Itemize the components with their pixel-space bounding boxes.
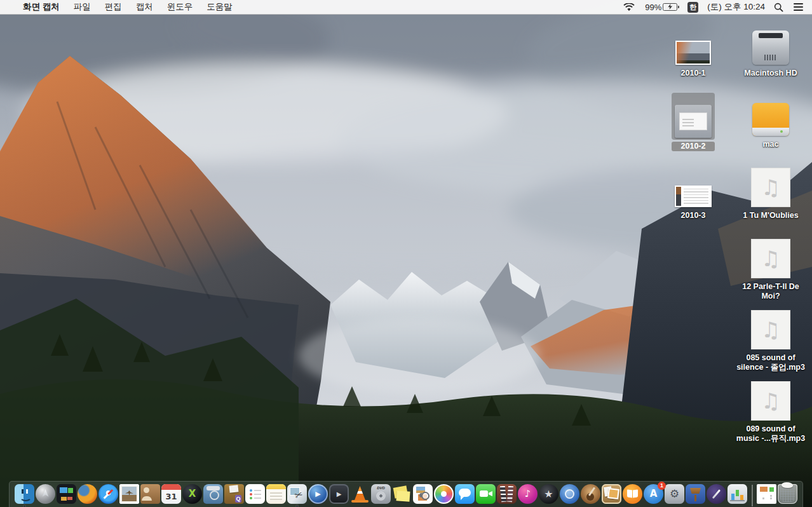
dock-item-grab-icon[interactable]: ✂ [287, 484, 307, 504]
desktop-icon-cell: 085 sound of silence - 졸업.mp3 [732, 304, 809, 375]
desktop-screen: 화면 캡처 파일편집캡처윈도우도움말 99% 한 (토) 오후 10:24 [0, 0, 812, 507]
dock-item-mplayerx-icon[interactable]: ▶ [308, 484, 328, 504]
korean-input-icon: 한 [687, 2, 698, 13]
dock-item-finder-icon[interactable] [15, 484, 34, 504]
dock-item-sysprefs-icon[interactable]: ⚙ [665, 484, 684, 504]
spotlight-search-icon [774, 3, 783, 12]
desktop-icon-macintosh-hd[interactable]: Macintosh HD [741, 22, 799, 78]
dock-item-launchpad-icon[interactable] [36, 484, 55, 504]
desktop-icon-parle-t-il[interactable]: 12 Parle-T-Il De Moi? [732, 235, 809, 301]
dock-item-ibooks-icon[interactable] [623, 484, 642, 504]
dock-item-photobooth-icon[interactable] [497, 484, 517, 504]
menu-bar-status: 99% 한 (토) 오후 10:24 [618, 0, 812, 14]
dock-item-notes-icon[interactable] [266, 484, 286, 504]
menu-item-1[interactable]: 편집 [98, 0, 129, 14]
menu-bar: 화면 캡처 파일편집캡처윈도우도움말 99% 한 (토) 오후 10:24 [0, 0, 812, 15]
desktop-icons-column-2: Macintosh HD mac 1 Tu M'Oublies 12 Parle… [732, 19, 809, 446]
dock-item-keynote-icon[interactable] [686, 484, 705, 504]
dock-item-stickies-icon[interactable] [392, 484, 412, 504]
drive-int-icon [752, 30, 789, 65]
desktop-icon-cell: 2010-3 [654, 161, 732, 233]
dock-item-pages-icon[interactable] [707, 484, 726, 504]
notification-center-menu[interactable] [788, 0, 812, 14]
desktop-icon-cell: 1 Tu M'Oublies [732, 161, 809, 233]
battery-percent: 99% [645, 3, 663, 12]
desktop-icon-sound-of-silence[interactable]: 085 sound of silence - 졸업.mp3 [732, 306, 809, 372]
audio-icon [751, 381, 790, 421]
dock-item-reminders-icon[interactable] [245, 484, 265, 504]
battery-menu[interactable]: 99% [640, 0, 682, 14]
dock-item-trash-icon[interactable] [778, 484, 797, 504]
charging-bolt-icon [667, 4, 673, 10]
dock-item-numbers-icon[interactable] [727, 484, 747, 504]
desktop-icon-label: 1 Tu M'Oublies [740, 211, 801, 220]
dock-item-photos-icon[interactable] [434, 484, 454, 504]
dock-item-firefox-icon[interactable] [78, 484, 97, 504]
dock-item-messages-icon[interactable] [455, 484, 475, 504]
dock-item-docfile-icon[interactable] [757, 484, 776, 504]
desktop-icon-tu-moublies[interactable]: 1 Tu M'Oublies [740, 164, 801, 220]
desktop-icon-cell: mac [732, 90, 809, 161]
desktop-icon-cell: Macintosh HD [732, 19, 809, 90]
dock-item-idvd-icon[interactable] [560, 484, 579, 504]
menu-item-0[interactable]: 파일 [67, 0, 98, 14]
dock-badge: 1 [658, 482, 666, 490]
desktop-icon-label: 089 sound of music -...뮤직.mp3 [732, 424, 809, 443]
dock: 31X✂▶▶♪★A1⚙ [9, 481, 803, 507]
dock-item-movist-icon[interactable]: ▶ [329, 484, 349, 504]
desktop-icon-label: 2010-2 [672, 142, 715, 151]
input-source-menu[interactable]: 한 [682, 0, 703, 14]
menu-bar-left: 화면 캡처 파일편집캡처윈도우도움말 [0, 0, 240, 14]
desktop-icon-label: 085 sound of silence - 졸업.mp3 [732, 353, 809, 372]
desktop-icon-cell: 2010-2 [654, 90, 732, 161]
drive-ext-icon [752, 103, 789, 136]
desktop-icon-label: 2010-3 [675, 211, 712, 220]
dock-item-facetime-icon[interactable] [476, 484, 496, 504]
shot-list-icon [675, 186, 712, 207]
dock-item-archiver-icon[interactable] [224, 484, 244, 504]
dock-item-toast-icon[interactable] [203, 484, 223, 504]
spotlight-menu[interactable] [769, 0, 788, 14]
dock-item-garageband-icon[interactable] [581, 484, 600, 504]
dock-separator [748, 484, 756, 507]
menu-clock[interactable]: (토) 오후 10:24 [703, 0, 769, 14]
dock-item-safari-icon[interactable] [98, 484, 118, 504]
desktop-icon-sound-of-music[interactable]: 089 sound of music -...뮤직.mp3 [732, 377, 809, 443]
dock-item-appstore-icon[interactable]: A1 [644, 484, 663, 504]
dock-item-preview-icon[interactable] [413, 484, 433, 504]
dock-item-itunes-icon[interactable]: ♪ [518, 484, 538, 504]
desktop-icon-2010-2[interactable]: 2010-2 [672, 93, 715, 151]
dock-item-collage-icon[interactable] [602, 484, 621, 504]
wifi-menu[interactable] [618, 0, 640, 14]
dock-item-contacts-icon[interactable] [140, 484, 160, 504]
notification-center-icon [794, 3, 803, 10]
active-app-menu[interactable]: 화면 캡처 [16, 1, 67, 13]
desktop-icon-label: Macintosh HD [741, 69, 799, 78]
shot-wall-icon [675, 41, 711, 65]
desktop-icon-mac[interactable]: mac [752, 93, 789, 149]
desktop-icon-2010-3[interactable]: 2010-3 [675, 164, 712, 220]
dock-item-missionctl-icon[interactable] [57, 484, 76, 504]
audio-icon [751, 310, 790, 349]
desktop-icon-cell: 2010-1 [654, 19, 732, 90]
dock-item-dvdplayer-icon[interactable] [371, 484, 391, 504]
desktop-icon-cell: 12 Parle-T-Il De Moi? [732, 233, 809, 304]
menu-item-4[interactable]: 도움말 [200, 0, 240, 14]
wifi-icon [623, 3, 635, 11]
menu-item-2[interactable]: 캡처 [129, 0, 160, 14]
desktop-icon-cell: 089 sound of music -...뮤직.mp3 [732, 375, 809, 446]
app-menus: 파일편집캡처윈도우도움말 [67, 0, 240, 14]
desktop-icon-label: 2010-1 [675, 69, 711, 78]
desktop-icon-2010-1[interactable]: 2010-1 [675, 22, 711, 78]
dock-item-vlc-icon[interactable] [350, 484, 370, 504]
dock-item-mail-icon[interactable] [119, 484, 139, 504]
dock-item-calendar-icon[interactable]: 31 [161, 484, 181, 504]
desktop-icon-label: mac [752, 140, 789, 149]
dock-item-imovie-icon[interactable]: ★ [539, 484, 558, 504]
shot-win-icon [675, 105, 712, 138]
menu-item-3[interactable]: 윈도우 [160, 0, 200, 14]
audio-icon [751, 239, 790, 278]
battery-icon [663, 3, 677, 11]
dock-item-xapp-icon[interactable]: X [182, 484, 202, 504]
desktop-icons-column-1: 2010-1 2010-2 2010-3 [654, 19, 732, 233]
